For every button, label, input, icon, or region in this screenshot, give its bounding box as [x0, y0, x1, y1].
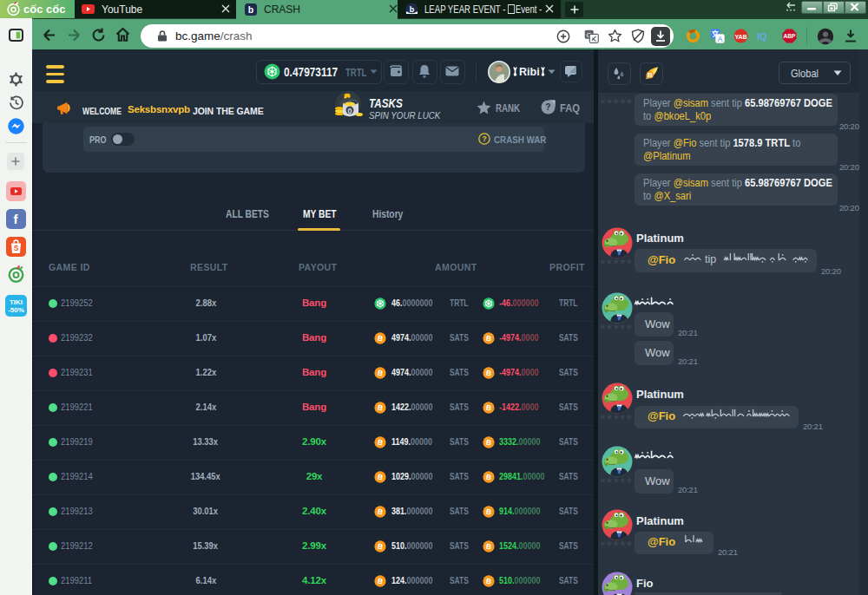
- svg-text:ABP: ABP: [784, 33, 797, 39]
- svg-text:?: ?: [482, 134, 486, 143]
- svg-text:b: b: [410, 5, 415, 14]
- svg-text:b: b: [248, 4, 253, 15]
- svg-text:YAB: YAB: [734, 34, 746, 40]
- svg-text:S: S: [14, 244, 19, 252]
- svg-text:?: ?: [545, 102, 550, 112]
- svg-text:0: 0: [347, 107, 352, 115]
- svg-text:A: A: [718, 35, 723, 43]
- svg-text:B: B: [648, 71, 653, 79]
